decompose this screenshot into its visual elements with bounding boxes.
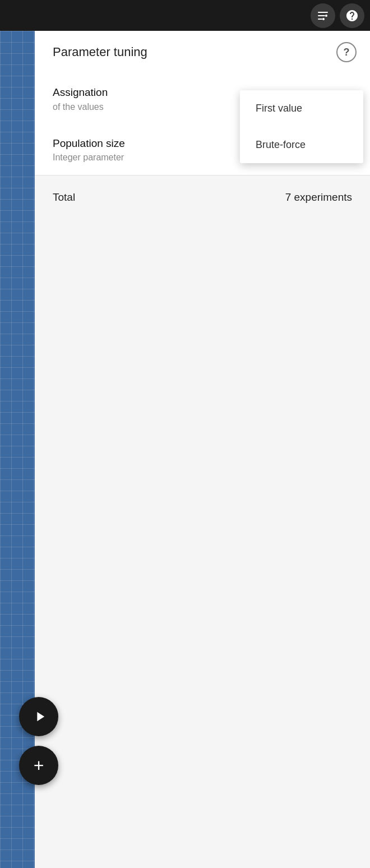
header-section: Parameter tuning ?: [35, 31, 370, 73]
svg-point-4: [322, 18, 325, 20]
sidebar: [0, 31, 35, 868]
dropdown-item-first-value[interactable]: First value: [240, 90, 363, 127]
dropdown-item-brute-force[interactable]: Brute-force: [240, 127, 363, 163]
dropdown-menu[interactable]: First value Brute-force: [240, 90, 363, 163]
main-content: Parameter tuning ? Assignation of the va…: [35, 31, 370, 868]
total-label: Total: [53, 191, 75, 204]
total-value: 7 experiments: [285, 191, 352, 204]
play-fab-button[interactable]: [19, 697, 58, 736]
question-icon-topbar: [345, 9, 359, 22]
svg-rect-0: [318, 12, 328, 13]
play-icon: [32, 709, 48, 724]
assignation-param-row[interactable]: Assignation of the values First value Br…: [53, 73, 352, 124]
plus-icon: +: [34, 756, 44, 774]
svg-rect-1: [318, 15, 325, 16]
add-fab-button[interactable]: +: [19, 746, 58, 785]
help-button-topbar[interactable]: [340, 3, 364, 28]
sidebar-grid: [0, 31, 35, 868]
help-question-mark: ?: [344, 47, 350, 58]
help-button[interactable]: ?: [336, 42, 357, 62]
top-bar: [0, 0, 370, 31]
filter-icon: [316, 9, 330, 22]
total-row: Total 7 experiments: [35, 176, 370, 219]
params-area: Assignation of the values First value Br…: [35, 73, 370, 175]
page-title: Parameter tuning: [53, 45, 147, 59]
svg-point-3: [325, 15, 327, 17]
filter-button[interactable]: [311, 3, 335, 28]
svg-rect-2: [318, 19, 322, 20]
